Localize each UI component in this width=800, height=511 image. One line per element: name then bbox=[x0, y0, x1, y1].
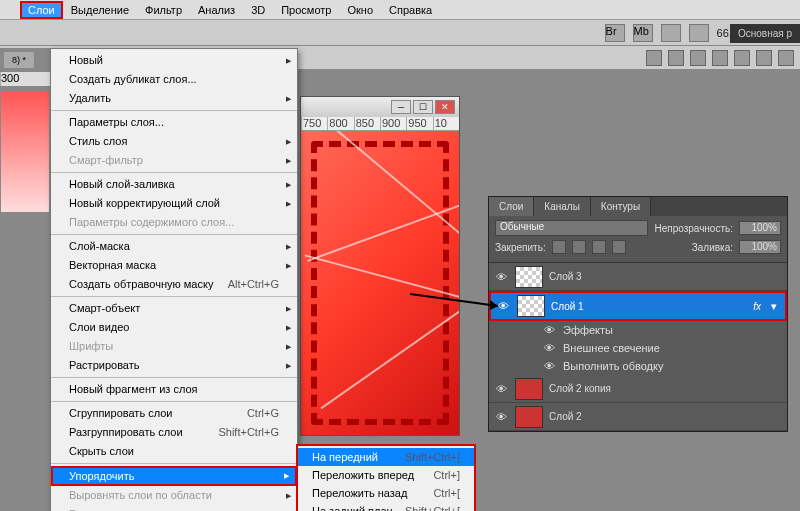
tab-layers[interactable]: Слои bbox=[489, 197, 534, 216]
lock-position-icon[interactable] bbox=[592, 240, 606, 254]
left-sidebar: 8) * 300 bbox=[0, 48, 50, 508]
menu-item[interactable]: Векторная маска bbox=[51, 256, 297, 275]
layer-row[interactable]: 👁Слой 2 bbox=[489, 403, 787, 431]
layers-menu-dropdown: НовыйСоздать дубликат слоя...УдалитьПара… bbox=[50, 48, 298, 511]
layer-row[interactable]: 👁Слой 1fx▾ bbox=[489, 291, 787, 321]
chevron-down-icon[interactable]: ▾ bbox=[771, 300, 781, 313]
layer-name[interactable]: Слой 2 bbox=[549, 411, 783, 422]
minimize-button[interactable]: ─ bbox=[391, 100, 411, 114]
fx-badge: fx bbox=[753, 301, 765, 312]
menu-item[interactable]: Слой-маска bbox=[51, 237, 297, 256]
toolbar-btn-br[interactable]: Br bbox=[605, 24, 625, 42]
menu-item[interactable]: Новый фрагмент из слоя bbox=[51, 380, 297, 399]
lock-label: Закрепить: bbox=[495, 242, 546, 253]
tab-paths[interactable]: Контуры bbox=[591, 197, 651, 216]
workspace-label[interactable]: Основная р bbox=[730, 24, 800, 43]
lock-transparency-icon[interactable] bbox=[552, 240, 566, 254]
blend-mode-select[interactable]: Обычные bbox=[495, 220, 648, 236]
lock-pixels-icon[interactable] bbox=[572, 240, 586, 254]
menu-item[interactable]: Создать дубликат слоя... bbox=[51, 70, 297, 89]
sidebar-thumbnail bbox=[1, 92, 49, 212]
menu-item[interactable]: Новый корректирующий слой bbox=[51, 194, 297, 213]
menu-help[interactable]: Справка bbox=[381, 1, 440, 19]
visibility-toggle[interactable]: 👁 bbox=[493, 383, 509, 395]
menubar: Слои Выделение Фильтр Анализ 3D Просмотр… bbox=[0, 0, 800, 20]
menu-item[interactable]: Новый bbox=[51, 51, 297, 70]
opacity-input[interactable]: 100% bbox=[739, 221, 781, 235]
effect-item[interactable]: 👁Внешнее свечение bbox=[489, 339, 787, 357]
menu-item[interactable]: Упорядочить bbox=[51, 466, 297, 486]
arrange-submenu: На передний планShift+Ctrl+]Переложить в… bbox=[296, 444, 476, 511]
menu-window[interactable]: Окно bbox=[339, 1, 381, 19]
menu-item: Смарт-фильтр bbox=[51, 151, 297, 170]
toolbar-btn-screen[interactable] bbox=[661, 24, 681, 42]
document-window: ─ ☐ ✕ 750 800 850 900 950 10 bbox=[300, 96, 460, 436]
menu-item: Распределить bbox=[51, 505, 297, 511]
panel-tabs: Слои Каналы Контуры bbox=[489, 197, 787, 216]
ruler-tick: 750 bbox=[301, 117, 327, 130]
window-titlebar: ─ ☐ ✕ bbox=[301, 97, 459, 117]
opacity-label: Непрозрачность: bbox=[654, 223, 733, 234]
menu-analysis[interactable]: Анализ bbox=[190, 1, 243, 19]
close-button[interactable]: ✕ bbox=[435, 100, 455, 114]
submenu-item[interactable]: На передний планShift+Ctrl+] bbox=[298, 448, 474, 466]
fill-input[interactable]: 100% bbox=[739, 240, 781, 254]
menu-layers[interactable]: Слои bbox=[20, 1, 63, 19]
ruler-tick: 10 bbox=[433, 117, 459, 130]
menu-item[interactable]: Новый слой-заливка bbox=[51, 175, 297, 194]
svg-line-0 bbox=[410, 294, 498, 306]
layer-name[interactable]: Слой 2 копия bbox=[549, 383, 783, 394]
doc-tab[interactable]: 8) * bbox=[4, 52, 34, 68]
toolbar-btn-grid[interactable] bbox=[689, 24, 709, 42]
layers-panel: Слои Каналы Контуры Обычные Непрозрачнос… bbox=[488, 196, 788, 432]
submenu-item[interactable]: Переложить впередCtrl+] bbox=[298, 466, 474, 484]
align-icon[interactable] bbox=[690, 50, 706, 66]
ruler-tick: 300 bbox=[0, 72, 50, 86]
layer-thumbnail bbox=[515, 406, 543, 428]
menu-item[interactable]: Создать обтравочную маскуAlt+Ctrl+G bbox=[51, 275, 297, 294]
align-icon[interactable] bbox=[734, 50, 750, 66]
lock-all-icon[interactable] bbox=[612, 240, 626, 254]
ruler-tick: 900 bbox=[380, 117, 406, 130]
menu-item[interactable]: Сгруппировать слоиCtrl+G bbox=[51, 404, 297, 423]
align-icon[interactable] bbox=[646, 50, 662, 66]
menu-3d[interactable]: 3D bbox=[243, 1, 273, 19]
visibility-toggle[interactable]: 👁 bbox=[493, 411, 509, 423]
effects-header[interactable]: 👁Эффекты bbox=[489, 321, 787, 339]
visibility-toggle[interactable]: 👁 bbox=[493, 271, 509, 283]
layer-name[interactable]: Слой 3 bbox=[549, 271, 783, 282]
menu-filter[interactable]: Фильтр bbox=[137, 1, 190, 19]
menu-selection[interactable]: Выделение bbox=[63, 1, 137, 19]
menu-item[interactable]: Стиль слоя bbox=[51, 132, 297, 151]
maximize-button[interactable]: ☐ bbox=[413, 100, 433, 114]
distribute-icon[interactable] bbox=[778, 50, 794, 66]
menu-item[interactable]: Растрировать bbox=[51, 356, 297, 375]
annotation-arrow bbox=[410, 292, 500, 312]
menu-item[interactable]: Параметры слоя... bbox=[51, 113, 297, 132]
menu-view[interactable]: Просмотр bbox=[273, 1, 339, 19]
ruler-tick: 850 bbox=[354, 117, 380, 130]
layer-row[interactable]: 👁Слой 2 копия bbox=[489, 375, 787, 403]
menu-item[interactable]: Скрыть слои bbox=[51, 442, 297, 461]
menu-item: Параметры содержимого слоя... bbox=[51, 213, 297, 232]
toolbar-btn-mb[interactable]: Mb bbox=[633, 24, 653, 42]
menu-item[interactable]: Смарт-объект bbox=[51, 299, 297, 318]
effect-item[interactable]: 👁Выполнить обводку bbox=[489, 357, 787, 375]
fill-label: Заливка: bbox=[692, 242, 733, 253]
canvas[interactable] bbox=[301, 131, 459, 435]
menu-item[interactable]: Слои видео bbox=[51, 318, 297, 337]
layer-name[interactable]: Слой 1 bbox=[551, 301, 747, 312]
align-icon[interactable] bbox=[668, 50, 684, 66]
menu-item: Шрифты bbox=[51, 337, 297, 356]
layers-list: 👁Слой 3👁Слой 1fx▾👁Эффекты👁Внешнее свечен… bbox=[489, 263, 787, 431]
tab-channels[interactable]: Каналы bbox=[534, 197, 591, 216]
submenu-item[interactable]: На задний планShift+Ctrl+[ bbox=[298, 502, 474, 511]
align-icon[interactable] bbox=[756, 50, 772, 66]
submenu-item[interactable]: Переложить назадCtrl+[ bbox=[298, 484, 474, 502]
layer-row[interactable]: 👁Слой 3 bbox=[489, 263, 787, 291]
layer-thumbnail bbox=[517, 295, 545, 317]
align-icon[interactable] bbox=[712, 50, 728, 66]
app-toolbar: Br Mb 66,7 bbox=[0, 20, 800, 46]
menu-item[interactable]: Разгруппировать слоиShift+Ctrl+G bbox=[51, 423, 297, 442]
menu-item[interactable]: Удалить bbox=[51, 89, 297, 108]
